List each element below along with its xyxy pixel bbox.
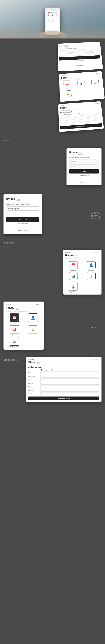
radio-dot-cash [40,369,42,370]
default-label-row: default › [4,139,102,145]
hover-text: on hover, [91,326,100,328]
dashboard-hover-header: iPhone PartnerConnect [6,306,41,310]
acm-editwise-row: Edit Wise [28,389,100,392]
focus-username-field[interactable]: lorem21@gm@ [6,206,39,210]
dashboard-icon-add-date[interactable]: 📅 Add Date [65,261,82,271]
acm-radio-cash[interactable]: Cash [40,369,44,370]
angled-icon-1[interactable]: 📅 Add Date [61,82,74,90]
angled-phone-dashboard: & Pionam Logout & iPhone PartnerConnect … [59,71,105,102]
angled-iphone-logo: iPhone [59,45,64,47]
dashboard-hover-section: & Pionam Logout & iPhone PartnerConnect … [0,298,105,353]
acm-radio-credit[interactable]: Credit [46,369,50,370]
dashboard-default-mockup: & Pionam Logout & iPhone PartnerConnect … [63,250,102,294]
add-customers-arrow-icon: › [20,358,20,361]
hero-section: iPhone Partner Connect 📅 👤 📊 🍃 🔒 [0,0,105,38]
dashboard-section: dashboard › & Pionam Logout & iPhone Par… [0,238,105,298]
add-customers-label-col: add customers › [4,357,26,402]
acm-payment-mode-row: Payment Mode Cash Credit EMI [28,369,100,370]
default-login-mockup: iPhone PartnerConnect Sign in to continu… [66,148,102,186]
hover-change-password-icon: 🔒 [10,337,19,346]
default-section: default › iPhone PartnerConnect Sign in … [0,134,105,191]
acm-topbar: & Pionam Logout & [28,359,100,360]
default-arrow-icon: › [10,141,12,143]
radio-dot-emi [51,369,53,370]
lock-icon: 🔒 [19,219,21,220]
dashboard-icon-reports[interactable]: 📊 Reports [65,272,82,282]
hero-hand-image: iPhone Partner Connect 📅 👤 📊 🍃 🔒 [0,0,105,38]
acm-saledate-row: Sale Date [28,392,100,395]
dashboard-icon-add-demo[interactable]: 👤 Add Demo [83,261,100,271]
focus-login-mockup: iPhone PartnerConnect Sign in to continu… [4,194,42,234]
acm-header: iPhone PartnerConnect [28,361,100,364]
dashboard-hover-icon-add-date[interactable]: 📅 Add Date [6,314,23,324]
dashboard-hover-topbar: & Pionam Logout & [6,304,41,305]
hover-leaves-icon: 🍃 [28,325,38,334]
dashboard-hover-icon-add-demo[interactable]: 👤 Add Demo [24,314,41,324]
acm-btn-row: Save & Add Another [28,396,100,400]
default-section-label: default [4,139,10,142]
add-demo-icon: 👤 [87,261,96,269]
dashboard-section-label: dashboard [4,241,14,244]
dashboard-hover-mockup: & Pionam Logout & iPhone PartnerConnect … [4,302,44,350]
change-password-icon: 🔒 [69,283,78,291]
dashboard-header: iPhone PartnerConnect [65,254,100,258]
default-mockup-container: iPhone PartnerConnect Sign in to continu… [4,148,102,186]
dashboard-icon-leaves[interactable]: 🍃 Leaves [83,272,100,282]
login-username-default[interactable]: username [69,160,99,163]
angled-phone-login: iPhone PartnerConnect Sign in to continu… [58,42,103,71]
focus-password-field[interactable]: •••••••• [6,212,39,216]
acm-age-row: Age Group ▾ [28,382,100,384]
hover-add-date-icon: 📅 [10,314,19,322]
acm-gender-row: Gender ▾ [28,378,100,381]
hover-arrow-icon: ‹ [99,323,100,326]
angled-icon-2[interactable]: 👤 Add Demo [74,80,88,89]
acm-mobile-field[interactable] [40,375,100,378]
acm-saledate-field[interactable] [40,392,100,395]
angled-partner-logo: PartnerConnect [64,44,69,47]
angled-phone-add-customers: & Pionam Logout & iPhone PartnerConnect … [58,101,104,132]
focus-login-header: iPhone PartnerConnect [6,197,39,202]
focus-section: iPhone PartnerConnect Sign in to continu… [0,191,105,238]
hover-label-col: ‹ on hover, [44,323,102,328]
chevron-down-icon: ▾ [98,379,98,380]
focus-text-1: on focus, [91,212,100,214]
acm-editwise-field[interactable] [40,389,100,392]
add-customers-label: add customers › [4,358,26,361]
dashboard-hover-icon-change-password[interactable]: 🔒 Change Password [6,337,23,347]
dashboard-label-row: dashboard › [4,241,102,247]
focus-arrow-icon: ‹ [99,209,100,212]
angled-icon-4[interactable]: 🍃 Leaves [61,90,74,99]
acm-gender-select[interactable]: ▾ [40,378,100,381]
login-btn-default[interactable]: Login [69,169,99,174]
acm-save-btn[interactable]: Save & Add Another [28,396,100,400]
dashboard-hover-icon-reports[interactable]: 📊 Reports [6,325,23,336]
angled-dashboard-icons: 📅 Add Date 👤 Add Demo 📊 Reports 🍃 Leaves [61,80,103,99]
acm-bank-select[interactable]: ▾ [40,385,100,388]
acm-radio-emi[interactable]: EMI [51,369,55,370]
angled-icon-3[interactable]: 📊 Reports [88,80,102,88]
acm-name-row: Name [28,371,100,374]
dashboard-hover-icon-leaves[interactable]: 🍃 Leaves [24,325,41,336]
add-date-icon: 📅 [69,261,78,269]
focus-login-btn[interactable]: 🔒 Login [6,217,39,222]
leaves-icon: 🍃 [87,272,96,280]
login-password-default[interactable]: password [69,164,99,168]
login-header: iPhone PartnerConnect [69,151,99,155]
focus-text-3: on active [91,218,100,220]
acm-name-field[interactable] [40,371,100,374]
acm-mobile-row: Mobile Number [28,375,100,378]
dashboard-hover-icon-grid: 📅 Add Date 👤 Add Demo 📊 Reports 🍃 Leaves… [6,314,41,347]
hover-reports-icon: 📊 [10,325,19,334]
radio-dot-credit [46,369,47,370]
dashboard-icon-change-password[interactable]: 🔒 Change Password [65,283,82,292]
reports-icon: 📊 [69,272,78,280]
acm-payment-radio-group[interactable]: Cash Credit EMI [40,369,100,370]
chevron-down-icon-3: ▾ [98,386,98,387]
dashboard-arrow-icon: › [14,243,16,245]
dashboard-topbar: & Pionam Logout & [65,252,100,253]
focus-label-col: ‹ on focus, on hover, on active [42,209,102,220]
dashboard-icon-grid: 📅 Add Date 👤 Add Demo 📊 Reports 🍃 Leaves… [65,261,100,292]
angled-mockups-section: iPhone PartnerConnect Sign in to continu… [0,38,105,134]
chevron-down-icon-2: ▾ [98,382,98,384]
acm-age-select[interactable]: ▾ [40,382,100,384]
